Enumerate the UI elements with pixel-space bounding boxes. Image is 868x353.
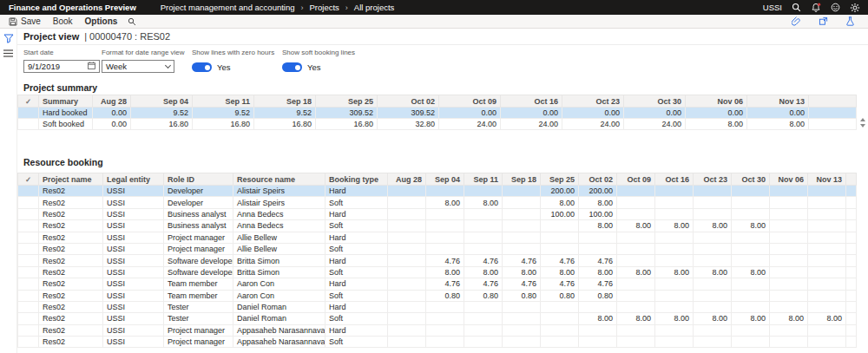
cell-project-name[interactable]: Res02 — [39, 186, 103, 197]
cell-date-sep-11[interactable]: 9.52 — [193, 108, 254, 119]
cell-project-name[interactable]: Res02 — [39, 324, 103, 336]
cell-select[interactable] — [18, 243, 39, 254]
cell-date-nov-06[interactable] — [770, 197, 808, 208]
cell-date-sep-11[interactable]: 0.80 — [464, 290, 503, 301]
cell-date-sep-18[interactable] — [503, 208, 541, 219]
cell-date-sep-25[interactable]: 8.00 — [541, 266, 579, 278]
column-header-date-nov-13[interactable]: Nov 13 — [808, 173, 846, 186]
column-header-date-aug-28[interactable]: Aug 28 — [93, 95, 131, 108]
cell-select[interactable] — [18, 197, 39, 208]
cell-date-oct-30[interactable] — [732, 186, 770, 197]
cell-date-oct-23[interactable] — [694, 186, 732, 197]
cell-project-name[interactable]: Res02 — [39, 220, 103, 232]
cell-date-sep-25[interactable]: 4.76 — [541, 278, 579, 290]
search-icon[interactable] — [792, 3, 801, 12]
column-header-date-oct-09[interactable]: Oct 09 — [439, 95, 501, 108]
cell-role-id[interactable]: Project manager — [164, 324, 233, 336]
cell-date-oct-09[interactable]: 0.00 — [439, 108, 501, 119]
cell-resource-name[interactable]: Aaron Con — [233, 290, 326, 301]
breadcrumb-item[interactable]: Projects — [310, 3, 339, 12]
cell-date-oct-02[interactable] — [579, 337, 617, 348]
cell-date-oct-16[interactable]: 24.00 — [501, 119, 562, 130]
cell-summary-label[interactable]: Soft booked — [39, 119, 93, 130]
calendar-icon[interactable] — [88, 62, 95, 71]
cell-date-nov-06[interactable] — [770, 220, 808, 232]
summary-grid-scrollbar[interactable] — [858, 118, 866, 127]
cell-date-sep-11[interactable] — [464, 337, 503, 348]
app-title[interactable]: Finance and Operations Preview — [0, 3, 145, 12]
cell-legal-entity[interactable]: USSI — [103, 266, 164, 278]
cell-legal-entity[interactable]: USSI — [103, 208, 164, 219]
cell-date-nov-13[interactable]: 8.00 — [747, 119, 809, 130]
cell-project-name[interactable]: Res02 — [39, 301, 103, 312]
cell-booking-type[interactable]: Hard — [326, 186, 388, 197]
cell-date-oct-16[interactable]: 8.00 — [655, 220, 694, 232]
range-format-select[interactable]: Week — [102, 60, 174, 73]
cell-role-id[interactable]: Software developer — [164, 255, 233, 266]
cell-date-nov-06[interactable] — [770, 255, 808, 266]
cell-select[interactable] — [18, 278, 39, 290]
cell-booking-type[interactable]: Soft — [326, 290, 388, 301]
cell-date-oct-09[interactable] — [617, 278, 655, 290]
cell-date-oct-02[interactable]: 4.76 — [579, 255, 617, 266]
cell-role-id[interactable]: Team member — [164, 290, 233, 301]
cell-date-sep-04[interactable] — [426, 232, 464, 243]
cell-project-name[interactable]: Res02 — [39, 243, 103, 254]
cell-date-oct-30[interactable]: 8.00 — [732, 220, 770, 232]
column-header-date-oct-16[interactable]: Oct 16 — [501, 95, 562, 108]
cell-date-sep-11[interactable] — [464, 232, 503, 243]
column-header-date-nov-06[interactable]: Nov 06 — [686, 95, 747, 108]
cell-booking-type[interactable]: Hard — [326, 232, 388, 243]
cell-date-oct-23[interactable]: 0.00 — [562, 108, 624, 119]
cell-resource-name[interactable]: Anna Bedecs — [233, 220, 326, 232]
cell-date-nov-13[interactable] — [808, 301, 846, 312]
cell-booking-type[interactable]: Hard — [326, 301, 388, 312]
booking-row-9[interactable]: Res02USSITeam memberAaron ConHard4.764.7… — [18, 278, 857, 290]
cell-date-oct-02[interactable] — [579, 324, 617, 336]
cell-date-sep-11[interactable] — [464, 301, 503, 312]
cell-date-oct-16[interactable] — [655, 208, 694, 219]
cell-role-id[interactable]: Business analyst — [164, 208, 233, 219]
cell-date-sep-04[interactable]: 4.76 — [426, 255, 464, 266]
column-header-date-oct-30[interactable]: Oct 30 — [732, 173, 770, 186]
cell-date-nov-06[interactable] — [770, 324, 808, 336]
scroll-down-icon[interactable] — [860, 124, 865, 127]
cell-date-oct-30[interactable]: 24.00 — [624, 119, 686, 130]
cell-date-aug-28[interactable] — [388, 324, 426, 336]
cell-booking-type[interactable]: Soft — [326, 197, 388, 208]
cell-date-oct-16[interactable] — [655, 337, 694, 348]
cell-role-id[interactable]: Software developer — [164, 266, 233, 278]
cell-date-aug-28[interactable] — [388, 220, 426, 232]
cell-date-oct-23[interactable] — [694, 243, 732, 254]
cell-select[interactable] — [18, 119, 39, 130]
booking-row-11[interactable]: Res02USSITesterDaniel RomanHard — [18, 301, 857, 312]
column-header-date-sep-18[interactable]: Sep 18 — [503, 173, 541, 186]
cell-resource-name[interactable]: Appasaheb Narasannavar — [233, 337, 326, 348]
cell-project-name[interactable]: Res02 — [39, 337, 103, 348]
cell-date-oct-02[interactable]: 8.00 — [579, 266, 617, 278]
cell-date-sep-25[interactable]: 0.80 — [541, 290, 579, 301]
cell-booking-type[interactable]: Hard — [326, 324, 388, 336]
cell-date-sep-04[interactable] — [426, 208, 464, 219]
cell-date-nov-13[interactable]: 8.00 — [808, 313, 846, 324]
attach-icon[interactable] — [787, 16, 806, 26]
column-header-date-sep-11[interactable]: Sep 11 — [464, 173, 503, 186]
cell-date-oct-23[interactable]: 8.00 — [694, 266, 732, 278]
cell-booking-type[interactable]: Soft — [326, 220, 388, 232]
cell-date-nov-06[interactable]: 8.00 — [770, 313, 808, 324]
cell-date-oct-30[interactable] — [732, 278, 770, 290]
cell-select[interactable] — [18, 232, 39, 243]
cell-resource-name[interactable]: Anna Bedecs — [233, 208, 326, 219]
cell-project-name[interactable]: Res02 — [39, 266, 103, 278]
cell-legal-entity[interactable]: USSI — [103, 313, 164, 324]
cell-project-name[interactable]: Res02 — [39, 290, 103, 301]
cell-resource-name[interactable]: Allie Bellew — [233, 243, 326, 254]
cell-date-oct-02[interactable]: 309.52 — [378, 108, 439, 119]
booking-row-14[interactable]: Res02USSIProject managerAppasaheb Narasa… — [18, 337, 857, 348]
cell-role-id[interactable]: Project manager — [164, 232, 233, 243]
cell-date-oct-09[interactable] — [617, 243, 655, 254]
cell-date-oct-30[interactable]: 8.00 — [732, 266, 770, 278]
cell-date-oct-30[interactable]: 8.00 — [732, 313, 770, 324]
cell-date-sep-11[interactable]: 4.76 — [464, 278, 503, 290]
cell-date-oct-02[interactable]: 200.00 — [579, 186, 617, 197]
